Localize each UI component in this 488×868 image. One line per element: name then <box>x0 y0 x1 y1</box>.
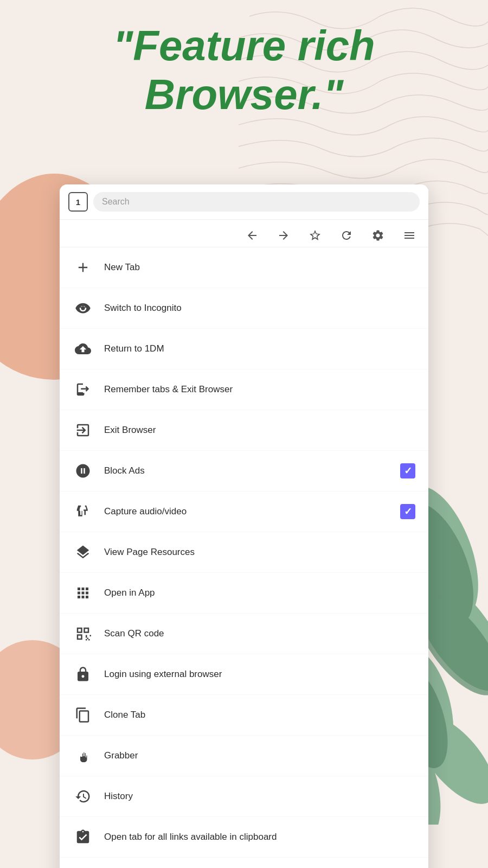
history-icon <box>73 786 93 807</box>
tab-count[interactable]: 1 <box>68 192 88 212</box>
exit-browser-label: Exit Browser <box>104 424 415 436</box>
nav-icons-row <box>60 220 428 247</box>
plus-icon <box>73 257 93 278</box>
exit-icon <box>73 420 93 441</box>
exit-save-icon <box>73 379 93 400</box>
browser-toolbar: 1 Search <box>60 184 428 220</box>
menu-item-block-ads[interactable]: Block Ads ✓ <box>60 451 428 492</box>
menu-item-new-tab[interactable]: New Tab <box>60 247 428 288</box>
menu-item-open-in-app[interactable]: Open in App <box>60 573 428 614</box>
menu-item-return-1dm[interactable]: Return to 1DM <box>60 329 428 369</box>
svg-rect-10 <box>78 305 88 307</box>
block-ads-checkbox[interactable]: ✓ <box>400 463 415 478</box>
block-ads-label: Block Ads <box>104 465 389 477</box>
cloud-up-icon <box>73 339 93 359</box>
clone-icon <box>73 705 93 725</box>
menu-item-open-clipboard[interactable]: Open tab for all links available in clip… <box>60 817 428 858</box>
scan-qr-label: Scan QR code <box>104 628 415 640</box>
open-in-app-label: Open in App <box>104 587 415 599</box>
menu-item-exit-browser[interactable]: Exit Browser <box>60 410 428 451</box>
remember-exit-label: Remember tabs & Exit Browser <box>104 384 415 395</box>
dropdown-menu: New Tab Switch to Incognito Return to 1D… <box>60 220 428 868</box>
incognito-label: Switch to Incognito <box>104 302 415 314</box>
ad-block-icon <box>73 461 93 481</box>
fist-icon <box>73 745 93 766</box>
clipboard-check-icon <box>73 827 93 847</box>
menu-item-clear-browsing[interactable]: Clear browsing data <box>60 858 428 868</box>
menu-item-incognito[interactable]: Switch to Incognito <box>60 288 428 329</box>
binoculars-icon <box>73 501 93 522</box>
star-icon[interactable] <box>307 227 323 244</box>
view-resources-label: View Page Resources <box>104 546 415 558</box>
grid-icon <box>73 583 93 603</box>
search-placeholder: Search <box>102 197 130 207</box>
menu-item-history[interactable]: History <box>60 776 428 817</box>
new-tab-label: New Tab <box>104 261 415 273</box>
menu-item-login-external[interactable]: Login using external browser <box>60 654 428 695</box>
layers-icon <box>73 542 93 563</box>
search-bar[interactable]: Search <box>93 192 420 212</box>
qr-icon <box>73 623 93 644</box>
menu-item-view-resources[interactable]: View Page Resources <box>60 532 428 573</box>
gear-icon[interactable] <box>370 227 386 244</box>
forward-icon[interactable] <box>275 227 292 244</box>
grabber-label: Grabber <box>104 750 415 762</box>
user-lock-icon <box>73 664 93 685</box>
capture-av-checkbox[interactable]: ✓ <box>400 504 415 519</box>
return-1dm-label: Return to 1DM <box>104 343 415 355</box>
menu-item-remember-exit[interactable]: Remember tabs & Exit Browser <box>60 369 428 410</box>
login-external-label: Login using external browser <box>104 668 415 680</box>
menu-item-capture-av[interactable]: Capture audio/video ✓ <box>60 492 428 532</box>
menu-item-grabber[interactable]: Grabber <box>60 736 428 776</box>
headline-section: "Feature rich Browser." <box>33 22 455 119</box>
refresh-icon[interactable] <box>338 227 355 244</box>
clone-tab-label: Clone Tab <box>104 709 415 721</box>
incognito-icon <box>73 298 93 318</box>
history-label: History <box>104 790 415 802</box>
capture-av-checkmark: ✓ <box>404 506 412 518</box>
capture-av-label: Capture audio/video <box>104 506 389 518</box>
headline-text: "Feature rich Browser." <box>33 22 455 119</box>
browser-mockup: 1 Search <box>60 184 428 868</box>
overflow-menu-icon[interactable] <box>401 227 418 244</box>
open-clipboard-label: Open tab for all links available in clip… <box>104 831 415 843</box>
menu-item-scan-qr[interactable]: Scan QR code <box>60 614 428 654</box>
menu-item-clone-tab[interactable]: Clone Tab <box>60 695 428 736</box>
back-icon[interactable] <box>244 227 260 244</box>
block-ads-checkmark: ✓ <box>404 465 412 477</box>
